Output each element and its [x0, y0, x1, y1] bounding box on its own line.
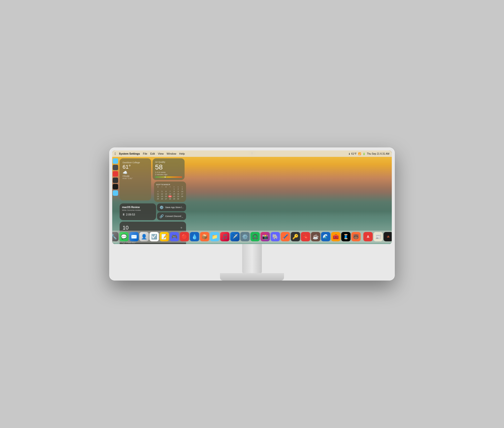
save-label: Save App Store l... — [165, 206, 184, 209]
dock-goodlinks[interactable]: 🔖 — [301, 232, 310, 241]
screen-content:  System Settings File Edit View Window … — [112, 150, 392, 244]
aqi-bar — [155, 177, 182, 178]
play-icon[interactable]: ⏸ — [122, 213, 125, 216]
stand-base — [220, 273, 284, 280]
dock-ia[interactable]: iA — [384, 232, 392, 241]
dock: 🔵 SEP 21 🧭 🔧 💬 ✉️ 👤 ☑️ 📝 🎮 🔴 💧 📦 — [112, 231, 392, 243]
thumb-4 — [113, 178, 118, 183]
stand-neck — [242, 244, 262, 274]
dock-threads[interactable]: 🧵 — [341, 232, 351, 241]
reminders-add[interactable]: ＋ — [180, 226, 183, 230]
air-aqi: 58 — [155, 163, 182, 171]
dock-instagram[interactable]: 📸 — [261, 232, 270, 241]
weather-icon: ☁️ — [123, 170, 148, 175]
review-title: macOS Review — [122, 206, 154, 209]
convert-label: Convert Discord _ — [165, 215, 183, 217]
dock-lungo[interactable]: ☕ — [311, 232, 320, 241]
dock-spotify[interactable]: 🎧 — [251, 232, 260, 241]
menubar-battery[interactable]: 🔋 — [362, 152, 365, 155]
dock-notes[interactable]: 📝 — [160, 232, 169, 241]
weather-hilo: H:81° L:61° — [123, 177, 148, 180]
menubar-left:  System Settings File Edit View Window … — [115, 152, 185, 156]
weather-temp: 61° — [123, 164, 148, 170]
dock-reminders[interactable]: ☑️ — [150, 232, 159, 241]
dock-adj[interactable]: 🔧 — [112, 232, 119, 241]
weather-city: Davidson College — [123, 161, 148, 164]
menu-view[interactable]: View — [158, 152, 164, 155]
shortcuts-right: ⚙️ Save App Store l... 🔗 Convert Discord… — [157, 203, 186, 220]
dock-keewordz[interactable]: 🔑 — [291, 232, 300, 241]
dock-bear[interactable]: 🐻 — [351, 232, 361, 241]
menubar-right: 🌡 61°F 📶 🔋 Thu Sep 21 6:31 AM — [348, 152, 389, 155]
air-label: Air Quality — [155, 161, 182, 163]
review-timer: 2:09:53 — [126, 213, 135, 216]
menu-help[interactable]: Help — [179, 152, 185, 155]
menu-file[interactable]: File — [143, 152, 147, 155]
widget-top-row: Davidson College 61° ☁️ Cloudy H:81° L:6… — [120, 158, 186, 202]
cal-month: SEPTEMBER — [156, 183, 184, 186]
widget-air: Air Quality 58 1.4 mi away 2 minutes ago — [153, 158, 185, 180]
dock-files[interactable]: 📁 — [210, 232, 220, 241]
imac-outer:  System Settings File Edit View Window … — [109, 148, 395, 280]
thumb-6 — [113, 190, 118, 196]
aqi-indicator — [165, 177, 166, 178]
dock-messages[interactable]: 💬 — [119, 232, 129, 241]
macos-review-row: macOS Review Write Sonoma review ⏸ 2:09:… — [120, 203, 186, 220]
dock-app1[interactable]: 🔴 — [180, 232, 189, 241]
save-icon: ⚙️ — [159, 205, 164, 209]
menubar-status: 🌡 61°F — [348, 152, 357, 155]
thumb-1 — [113, 158, 118, 164]
widget-weather: Davidson College 61° ☁️ Cloudy H:81° L:6… — [120, 158, 151, 200]
review-subtitle: Write Sonoma review — [122, 209, 154, 211]
dock-discord[interactable]: 🎮 — [170, 232, 179, 241]
dock-mail[interactable]: ✉️ — [129, 232, 139, 241]
shortcut-convert[interactable]: 🔗 Convert Discord _ — [157, 212, 186, 220]
menubar-wifi[interactable]: 📶 — [358, 152, 361, 155]
review-timer-row: ⏸ 2:09:53 — [122, 213, 154, 216]
dock-reeder[interactable]: 📰 — [374, 232, 383, 241]
dock-font[interactable]: A — [363, 232, 373, 241]
menu-window[interactable]: Window — [167, 152, 176, 155]
dock-raindrop[interactable]: 💧 — [190, 232, 199, 241]
dock-overflow[interactable]: 📦 — [200, 232, 209, 241]
apple-menu[interactable]:  — [115, 152, 116, 156]
reminders-count: 10 — [123, 225, 128, 231]
imac-bezel:  System Settings File Edit View Window … — [112, 150, 392, 244]
thumb-5 — [113, 184, 118, 189]
air-time: 2 minutes ago — [155, 173, 182, 176]
shortcut-save[interactable]: ⚙️ Save App Store l... — [157, 203, 186, 211]
dock-music[interactable]: 🎵 — [220, 232, 230, 241]
menu-edit[interactable]: Edit — [150, 152, 155, 155]
dock-highlights[interactable]: 🖊️ — [281, 232, 290, 241]
dock-mercury[interactable]: 🌊 — [321, 232, 331, 241]
thumb-3 — [113, 171, 118, 177]
imac-stand — [220, 244, 284, 280]
link-icon: 🔗 — [159, 214, 164, 218]
reminders-header: 10 ＋ — [123, 225, 183, 231]
widget-calendar: SEPTEMBER MTW TFS S 123 456 78910 1112 — [154, 181, 186, 202]
dock-contacts[interactable]: 👤 — [140, 232, 149, 241]
menubar:  System Settings File Edit View Window … — [112, 150, 392, 157]
thumb-2 — [113, 165, 118, 170]
air-sub: 1.4 mi away — [155, 171, 182, 173]
sidebar-thumbs — [112, 158, 119, 196]
widget-macos-review: macOS Review Write Sonoma review ⏸ 2:09:… — [120, 203, 156, 220]
dock-testflight[interactable]: ✈️ — [230, 232, 240, 241]
dock-separator-el — [362, 233, 362, 240]
widget-right-col: Air Quality 58 1.4 mi away 2 minutes ago… — [153, 158, 186, 202]
dock-toolbox[interactable]: 🧰 — [331, 232, 341, 241]
screen:  System Settings File Edit View Window … — [112, 150, 392, 244]
dock-mastodon[interactable]: 🐘 — [271, 232, 280, 241]
weather-condition: Cloudy — [123, 175, 148, 177]
menubar-clock: Thu Sep 21 6:31 AM — [367, 152, 389, 155]
dock-settings[interactable]: ⚙️ — [240, 232, 250, 241]
cal-grid: MTW TFS S 123 456 78910 111213 14151617 — [156, 186, 184, 200]
app-name[interactable]: System Settings — [119, 152, 140, 155]
